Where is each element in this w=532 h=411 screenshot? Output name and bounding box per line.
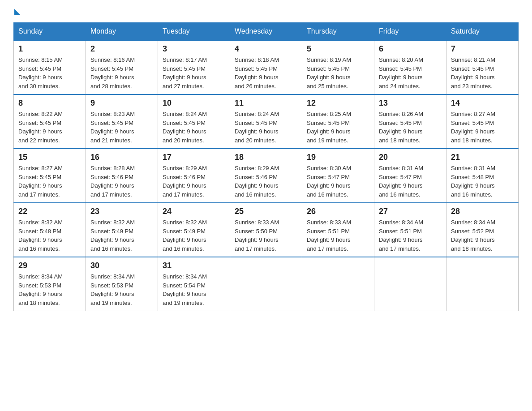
calendar-cell: 5 Sunrise: 8:19 AMSunset: 5:45 PMDayligh… bbox=[302, 40, 374, 94]
day-number: 29 bbox=[18, 261, 81, 270]
day-number: 17 bbox=[163, 153, 225, 162]
day-number: 6 bbox=[379, 44, 442, 54]
day-info: Sunrise: 8:30 AMSunset: 5:47 PMDaylight:… bbox=[307, 164, 369, 199]
day-info: Sunrise: 8:27 AMSunset: 5:45 PMDaylight:… bbox=[451, 110, 514, 145]
day-info: Sunrise: 8:24 AMSunset: 5:45 PMDaylight:… bbox=[163, 110, 225, 145]
calendar-cell bbox=[446, 257, 519, 311]
calendar-cell: 15 Sunrise: 8:27 AMSunset: 5:45 PMDaylig… bbox=[14, 149, 86, 203]
calendar-week-row: 22 Sunrise: 8:32 AMSunset: 5:48 PMDaylig… bbox=[14, 203, 519, 257]
calendar-cell: 25 Sunrise: 8:33 AMSunset: 5:50 PMDaylig… bbox=[230, 203, 302, 257]
calendar-cell: 14 Sunrise: 8:27 AMSunset: 5:45 PMDaylig… bbox=[446, 94, 519, 149]
day-info: Sunrise: 8:33 AMSunset: 5:50 PMDaylight:… bbox=[235, 218, 297, 253]
day-number: 11 bbox=[235, 98, 297, 108]
page-header bbox=[13, 9, 519, 18]
day-number: 15 bbox=[18, 153, 81, 162]
calendar-week-row: 15 Sunrise: 8:27 AMSunset: 5:45 PMDaylig… bbox=[14, 149, 519, 203]
calendar-cell: 19 Sunrise: 8:30 AMSunset: 5:47 PMDaylig… bbox=[302, 149, 374, 203]
weekday-header-saturday: Saturday bbox=[446, 23, 519, 41]
weekday-header-friday: Friday bbox=[374, 23, 446, 41]
calendar-cell: 17 Sunrise: 8:29 AMSunset: 5:46 PMDaylig… bbox=[158, 149, 230, 203]
calendar-cell: 30 Sunrise: 8:34 AMSunset: 5:53 PMDaylig… bbox=[86, 257, 158, 311]
day-number: 30 bbox=[90, 261, 153, 270]
calendar-cell bbox=[374, 257, 446, 311]
day-number: 7 bbox=[451, 44, 514, 54]
weekday-header-thursday: Thursday bbox=[302, 23, 374, 41]
day-info: Sunrise: 8:33 AMSunset: 5:51 PMDaylight:… bbox=[307, 218, 369, 253]
day-number: 5 bbox=[307, 44, 369, 54]
day-number: 16 bbox=[90, 153, 153, 162]
calendar-cell: 12 Sunrise: 8:25 AMSunset: 5:45 PMDaylig… bbox=[302, 94, 374, 149]
day-info: Sunrise: 8:32 AMSunset: 5:49 PMDaylight:… bbox=[90, 218, 153, 253]
day-info: Sunrise: 8:16 AMSunset: 5:45 PMDaylight:… bbox=[90, 56, 153, 90]
calendar-cell: 7 Sunrise: 8:21 AMSunset: 5:45 PMDayligh… bbox=[446, 40, 519, 94]
calendar-cell: 21 Sunrise: 8:31 AMSunset: 5:48 PMDaylig… bbox=[446, 149, 519, 203]
calendar-cell: 29 Sunrise: 8:34 AMSunset: 5:53 PMDaylig… bbox=[14, 257, 86, 311]
day-number: 24 bbox=[163, 207, 225, 216]
calendar-cell bbox=[302, 257, 374, 311]
day-number: 21 bbox=[451, 153, 514, 162]
day-info: Sunrise: 8:28 AMSunset: 5:46 PMDaylight:… bbox=[90, 164, 153, 199]
calendar-cell: 4 Sunrise: 8:18 AMSunset: 5:45 PMDayligh… bbox=[230, 40, 302, 94]
day-number: 14 bbox=[451, 98, 514, 108]
day-number: 12 bbox=[307, 98, 369, 108]
day-number: 19 bbox=[307, 153, 369, 162]
day-info: Sunrise: 8:18 AMSunset: 5:45 PMDaylight:… bbox=[235, 56, 297, 90]
day-number: 3 bbox=[163, 44, 225, 54]
calendar-week-row: 1 Sunrise: 8:15 AMSunset: 5:45 PMDayligh… bbox=[14, 40, 519, 94]
day-info: Sunrise: 8:34 AMSunset: 5:51 PMDaylight:… bbox=[379, 218, 442, 253]
day-info: Sunrise: 8:31 AMSunset: 5:48 PMDaylight:… bbox=[451, 164, 514, 199]
day-number: 20 bbox=[379, 153, 442, 162]
day-number: 8 bbox=[18, 98, 81, 108]
logo bbox=[13, 9, 21, 18]
day-info: Sunrise: 8:15 AMSunset: 5:45 PMDaylight:… bbox=[18, 56, 81, 90]
day-info: Sunrise: 8:32 AMSunset: 5:48 PMDaylight:… bbox=[18, 218, 81, 253]
day-number: 9 bbox=[90, 98, 153, 108]
day-number: 4 bbox=[235, 44, 297, 54]
day-info: Sunrise: 8:17 AMSunset: 5:45 PMDaylight:… bbox=[163, 56, 225, 90]
day-info: Sunrise: 8:29 AMSunset: 5:46 PMDaylight:… bbox=[163, 164, 225, 199]
weekday-header-monday: Monday bbox=[86, 23, 158, 41]
day-info: Sunrise: 8:22 AMSunset: 5:45 PMDaylight:… bbox=[18, 110, 81, 145]
calendar-cell: 1 Sunrise: 8:15 AMSunset: 5:45 PMDayligh… bbox=[14, 40, 86, 94]
calendar-cell: 8 Sunrise: 8:22 AMSunset: 5:45 PMDayligh… bbox=[14, 94, 86, 149]
day-info: Sunrise: 8:34 AMSunset: 5:52 PMDaylight:… bbox=[451, 218, 514, 253]
calendar-header-row: SundayMondayTuesdayWednesdayThursdayFrid… bbox=[14, 23, 519, 41]
calendar-cell: 3 Sunrise: 8:17 AMSunset: 5:45 PMDayligh… bbox=[158, 40, 230, 94]
day-number: 22 bbox=[18, 207, 81, 216]
calendar-week-row: 29 Sunrise: 8:34 AMSunset: 5:53 PMDaylig… bbox=[14, 257, 519, 311]
weekday-header-wednesday: Wednesday bbox=[230, 23, 302, 41]
calendar-cell: 26 Sunrise: 8:33 AMSunset: 5:51 PMDaylig… bbox=[302, 203, 374, 257]
calendar-week-row: 8 Sunrise: 8:22 AMSunset: 5:45 PMDayligh… bbox=[14, 94, 519, 149]
calendar-cell: 16 Sunrise: 8:28 AMSunset: 5:46 PMDaylig… bbox=[86, 149, 158, 203]
day-number: 18 bbox=[235, 153, 297, 162]
day-number: 13 bbox=[379, 98, 442, 108]
day-number: 25 bbox=[235, 207, 297, 216]
day-info: Sunrise: 8:27 AMSunset: 5:45 PMDaylight:… bbox=[18, 164, 81, 199]
day-info: Sunrise: 8:34 AMSunset: 5:53 PMDaylight:… bbox=[90, 272, 153, 307]
calendar-cell bbox=[230, 257, 302, 311]
day-info: Sunrise: 8:23 AMSunset: 5:45 PMDaylight:… bbox=[90, 110, 153, 145]
day-number: 27 bbox=[379, 207, 442, 216]
calendar-table: SundayMondayTuesdayWednesdayThursdayFrid… bbox=[13, 22, 519, 311]
day-info: Sunrise: 8:24 AMSunset: 5:45 PMDaylight:… bbox=[235, 110, 297, 145]
calendar-cell: 2 Sunrise: 8:16 AMSunset: 5:45 PMDayligh… bbox=[86, 40, 158, 94]
day-number: 28 bbox=[451, 207, 514, 216]
day-number: 23 bbox=[90, 207, 153, 216]
calendar-cell: 28 Sunrise: 8:34 AMSunset: 5:52 PMDaylig… bbox=[446, 203, 519, 257]
day-info: Sunrise: 8:21 AMSunset: 5:45 PMDaylight:… bbox=[451, 56, 514, 90]
day-info: Sunrise: 8:31 AMSunset: 5:47 PMDaylight:… bbox=[379, 164, 442, 199]
calendar-cell: 10 Sunrise: 8:24 AMSunset: 5:45 PMDaylig… bbox=[158, 94, 230, 149]
day-info: Sunrise: 8:32 AMSunset: 5:49 PMDaylight:… bbox=[163, 218, 225, 253]
day-number: 10 bbox=[163, 98, 225, 108]
day-number: 26 bbox=[307, 207, 369, 216]
calendar-cell: 11 Sunrise: 8:24 AMSunset: 5:45 PMDaylig… bbox=[230, 94, 302, 149]
day-info: Sunrise: 8:25 AMSunset: 5:45 PMDaylight:… bbox=[307, 110, 369, 145]
logo-triangle-icon bbox=[14, 9, 21, 15]
weekday-header-sunday: Sunday bbox=[14, 23, 86, 41]
day-info: Sunrise: 8:20 AMSunset: 5:45 PMDaylight:… bbox=[379, 56, 442, 90]
day-number: 2 bbox=[90, 44, 153, 54]
day-number: 1 bbox=[18, 44, 81, 54]
day-info: Sunrise: 8:34 AMSunset: 5:53 PMDaylight:… bbox=[18, 272, 81, 307]
calendar-cell: 18 Sunrise: 8:29 AMSunset: 5:46 PMDaylig… bbox=[230, 149, 302, 203]
calendar-cell: 27 Sunrise: 8:34 AMSunset: 5:51 PMDaylig… bbox=[374, 203, 446, 257]
